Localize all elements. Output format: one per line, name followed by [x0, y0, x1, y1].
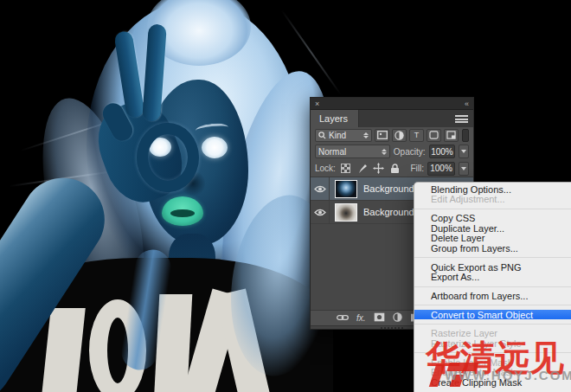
shirt-letter — [41, 308, 86, 392]
lock-label: Lock: — [315, 164, 336, 173]
opacity-dropdown-arrow[interactable] — [459, 145, 469, 158]
screenshot-stage: × « Layers Kind T — [0, 0, 571, 392]
lock-transparency-icon[interactable] — [340, 163, 352, 174]
menu-item-rasterize-layer: Rasterize Layer — [414, 328, 571, 338]
fill-label: Fill: — [410, 164, 424, 173]
dropdown-arrows-icon — [361, 132, 369, 138]
layer-thumbnail[interactable] — [335, 180, 357, 198]
menu-separator — [414, 209, 571, 209]
menu-item-blending-options[interactable]: Blending Options... — [414, 184, 571, 195]
opacity-label: Opacity: — [394, 147, 426, 157]
menu-separator — [414, 352, 571, 353]
filter-smart-objects-icon[interactable] — [444, 129, 459, 142]
ok-gesture-ring — [137, 123, 199, 192]
panel-titlebar: × « — [311, 98, 473, 110]
menu-item-quick-export-as-png[interactable]: Quick Export as PNG — [414, 262, 571, 273]
menu-item-create-clipping-mask[interactable]: Create Clipping Mask — [414, 377, 571, 388]
fill-value[interactable]: 100% — [427, 162, 455, 176]
mouth-shape — [170, 209, 195, 217]
menu-item-convert-to-smart-object[interactable]: Convert to Smart Object — [414, 310, 571, 320]
layer-name: Background — [363, 207, 414, 217]
visibility-eye-toggle[interactable] — [311, 177, 330, 200]
panel-tab-bar: Layers — [311, 110, 473, 127]
eye-icon — [314, 185, 326, 193]
filter-kind-label: Kind — [329, 131, 346, 140]
filter-pixel-layers-icon[interactable] — [375, 129, 389, 142]
menu-item-group-from-layers[interactable]: Group from Layers... — [414, 243, 571, 254]
menu-separator — [414, 305, 571, 305]
filter-row: Kind T — [311, 127, 473, 143]
dropdown-arrows-icon — [379, 149, 387, 155]
visibility-eye-toggle[interactable] — [311, 201, 330, 223]
lock-row: Lock: Fill: 100% — [311, 160, 473, 177]
menu-item-duplicate-layer[interactable]: Duplicate Layer... — [414, 223, 571, 234]
menu-separator — [414, 257, 571, 258]
opacity-value[interactable]: 100% — [429, 145, 456, 158]
blend-mode-value: Normal — [318, 147, 346, 157]
collapse-panel-icon[interactable]: « — [465, 100, 469, 108]
layer-style-fx-icon[interactable]: fx. — [356, 313, 366, 323]
menu-item-enable-vector-mask: Enable Vector Mask — [414, 367, 571, 377]
menu-item-artboard-from-layers[interactable]: Artboard from Layers... — [414, 291, 571, 301]
menu-item-delete-layer[interactable]: Delete Layer — [414, 234, 571, 244]
new-adjustment-layer-icon[interactable] — [393, 312, 402, 324]
layer-context-menu: Blending Options...Edit Adjustment...Cop… — [414, 182, 571, 392]
lock-position-move-icon[interactable] — [373, 163, 385, 174]
menu-separator — [414, 286, 571, 287]
panel-menu-button[interactable] — [455, 110, 473, 127]
search-icon — [318, 132, 326, 139]
filter-kind-dropdown[interactable]: Kind — [315, 129, 372, 142]
link-layers-icon[interactable] — [337, 313, 349, 323]
blend-row: Normal Opacity: 100% — [311, 143, 473, 160]
filter-type-layers-icon[interactable]: T — [409, 129, 424, 142]
right-eye-shape — [202, 137, 228, 158]
add-layer-mask-icon[interactable] — [374, 312, 385, 324]
menu-item-copy-css[interactable]: Copy CSS — [414, 213, 571, 223]
filter-adjustment-layers-icon[interactable] — [392, 129, 407, 142]
lock-all-padlock-icon[interactable] — [389, 163, 401, 174]
menu-item-enable-layer-mask: Enable Layer Mask — [414, 357, 571, 368]
filter-shape-layers-icon[interactable] — [427, 129, 441, 142]
menu-separator — [414, 324, 571, 325]
blend-mode-dropdown[interactable]: Normal — [315, 145, 390, 158]
panel-menu-icon — [455, 115, 468, 123]
lock-pixels-brush-icon[interactable] — [356, 163, 369, 174]
menu-item-edit-adjustment: Edit Adjustment... — [414, 195, 571, 205]
menu-item-export-as[interactable]: Export As... — [414, 272, 571, 282]
tab-layers[interactable]: Layers — [311, 110, 359, 127]
eye-icon — [314, 209, 326, 216]
layer-thumbnail[interactable] — [335, 203, 357, 222]
fill-dropdown-arrow[interactable] — [459, 162, 469, 176]
close-icon[interactable]: × — [315, 100, 319, 108]
menu-item-rasterize-layer-style: Rasterize Layer Style — [414, 338, 571, 349]
filter-toggle-switch[interactable] — [462, 129, 469, 142]
